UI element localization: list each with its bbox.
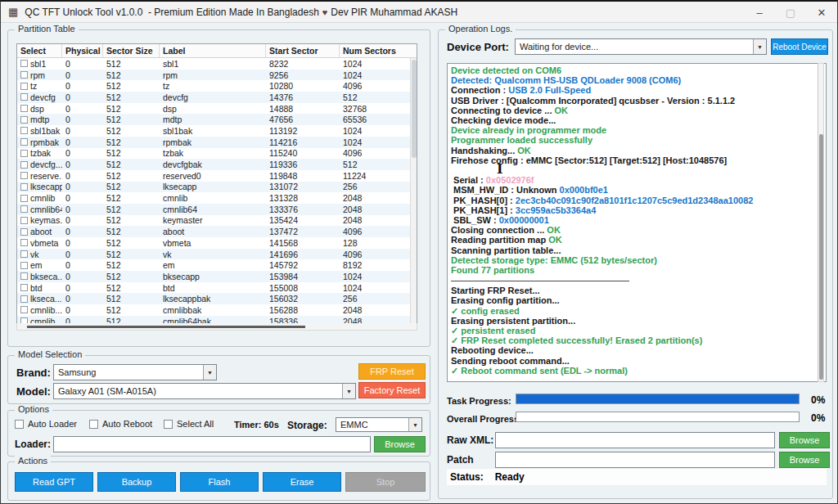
auto-loader-checkbox[interactable]: Auto Loader xyxy=(15,419,77,429)
row-checkbox[interactable] xyxy=(20,295,28,303)
minimize-button[interactable]: – xyxy=(744,2,775,23)
row-checkbox[interactable] xyxy=(20,239,28,246)
raw-xml-input[interactable] xyxy=(495,432,775,448)
table-cell: 14888 xyxy=(266,104,340,114)
table-row[interactable]: vk0512vk1416964096 xyxy=(17,249,417,260)
row-checkbox[interactable] xyxy=(20,306,28,313)
row-checkbox[interactable] xyxy=(20,284,28,291)
table-row[interactable]: devcfg...0512devcfgbak119336512 xyxy=(17,159,417,170)
partition-table-vertical-scrollbar[interactable] xyxy=(410,58,417,323)
table-cell: 0 xyxy=(62,115,103,124)
row-checkbox[interactable] xyxy=(20,250,28,258)
table-row[interactable]: aboot0512aboot1374724096 xyxy=(17,226,417,237)
maximize-button[interactable]: ▢ xyxy=(775,2,806,23)
row-checkbox[interactable] xyxy=(20,93,28,101)
brand-dropdown[interactable]: Samsung ▼ xyxy=(53,364,217,380)
raw-xml-label: Raw XML: xyxy=(447,434,493,446)
row-checkbox[interactable] xyxy=(20,60,28,67)
row-checkbox[interactable] xyxy=(20,228,28,236)
status-label: Status: xyxy=(450,471,484,483)
backup-button[interactable]: Backup xyxy=(97,472,176,492)
table-row[interactable]: rpmbak0512rpmbak1142161024 xyxy=(17,137,417,148)
table-row[interactable]: sbl10512sbl182321024 xyxy=(17,58,417,70)
row-checkbox[interactable] xyxy=(20,83,28,90)
table-cell: cmnlibbak xyxy=(160,305,266,315)
model-dropdown[interactable]: Galaxy A01 (SM-A015A) ▼ xyxy=(53,383,356,399)
table-row[interactable]: lksecapp0512lksecapp131072256 xyxy=(17,182,417,193)
table-row[interactable]: reserve...0512reserved011984811224 xyxy=(17,170,417,182)
row-checkbox[interactable] xyxy=(20,272,28,280)
log-vertical-scrollbar[interactable] xyxy=(818,63,824,382)
table-row[interactable]: devcfg0512devcfg14376512 xyxy=(17,92,417,103)
row-checkbox[interactable] xyxy=(20,217,28,224)
select-all-checkbox[interactable]: Select All xyxy=(164,419,214,429)
row-checkbox[interactable] xyxy=(20,172,28,179)
auto-reboot-checkbox[interactable]: Auto Reboot xyxy=(89,419,152,429)
table-cell: 32768 xyxy=(340,104,412,114)
operation-log[interactable]: Device detected on COM6Detected: Qualcom… xyxy=(447,63,827,382)
column-header-label[interactable]: Label xyxy=(160,44,266,57)
factory-reset-button[interactable]: Factory Reset xyxy=(358,382,426,398)
row-checkbox[interactable] xyxy=(20,116,28,124)
row-checkbox[interactable] xyxy=(20,127,28,134)
log-line: Connecting to device ... OK xyxy=(451,106,822,115)
row-checkbox[interactable] xyxy=(20,150,28,157)
scrollbar-thumb[interactable] xyxy=(412,60,417,158)
table-row[interactable]: cmnlib640512cmnlib641333762048 xyxy=(17,204,417,215)
table-row[interactable]: em0512em1457928192 xyxy=(17,259,417,271)
scrollbar-thumb[interactable] xyxy=(27,326,305,328)
storage-dropdown[interactable]: EMMC ▼ xyxy=(336,417,422,432)
loader-input[interactable] xyxy=(53,436,371,452)
table-row[interactable]: keymas...0512keymaster1354242048 xyxy=(17,215,417,227)
log-separator xyxy=(451,281,629,281)
stop-button[interactable]: Stop xyxy=(345,472,426,492)
partition-table-horizontal-scrollbar[interactable] xyxy=(16,323,417,331)
table-row[interactable]: lkseca...0512lksecappbak156032256 xyxy=(17,293,417,304)
row-checkbox[interactable] xyxy=(20,183,28,191)
column-header-physical[interactable]: Physical xyxy=(62,44,103,57)
scrollbar-thumb[interactable] xyxy=(819,134,823,380)
erase-button[interactable]: Erase xyxy=(263,472,341,492)
patch-input[interactable] xyxy=(495,452,775,468)
row-checkbox[interactable] xyxy=(20,262,28,269)
column-header-start-sector[interactable]: Start Sector xyxy=(266,44,340,57)
table-row[interactable]: cmnlib0512cmnlib1313282048 xyxy=(17,192,417,204)
table-row[interactable]: bkseca...0512bksecapp1539841024 xyxy=(17,271,417,282)
frp-reset-button[interactable]: FRP Reset xyxy=(358,363,426,380)
table-row[interactable]: dsp0512dsp1488832768 xyxy=(17,103,417,115)
column-header-select[interactable]: Select xyxy=(17,44,62,57)
column-header-sector-size[interactable]: Sector Size xyxy=(103,44,160,57)
table-cell: aboot xyxy=(160,227,266,236)
row-checkbox[interactable] xyxy=(20,105,28,112)
read-gpt-button[interactable]: Read GPT xyxy=(15,472,93,492)
table-row[interactable]: rpm0512rpm92561024 xyxy=(17,70,417,81)
device-port-dropdown[interactable]: Waiting for device... ▼ xyxy=(515,38,767,55)
log-line: Device detected on COM6 xyxy=(451,65,822,75)
row-checkbox[interactable] xyxy=(20,195,28,202)
row-checkbox[interactable] xyxy=(20,317,28,323)
table-row[interactable]: vbmeta0512vbmeta141568128 xyxy=(17,237,417,249)
overall-progress-bar xyxy=(516,412,800,422)
reboot-device-button[interactable]: Reboot Device xyxy=(771,38,828,55)
table-row[interactable]: tz0512tz102804096 xyxy=(17,80,417,92)
row-checkbox[interactable] xyxy=(20,71,28,79)
table-row[interactable]: sbl1bak0512sbl1bak1131921024 xyxy=(17,125,417,137)
log-line: Programmer loaded successfully xyxy=(451,135,822,145)
row-checkbox[interactable] xyxy=(20,205,28,213)
table-row[interactable]: cmnlib0512cmnlib64bak1583362048 xyxy=(17,316,417,323)
flash-button[interactable]: Flash xyxy=(180,472,259,492)
checkbox-icon xyxy=(89,420,98,429)
close-button[interactable]: ✕ xyxy=(806,2,837,23)
table-cell: 145792 xyxy=(266,260,340,270)
table-row[interactable]: cmnlib...0512cmnlibbak1562882048 xyxy=(17,304,417,316)
table-row[interactable]: tzbak0512tzbak1152404096 xyxy=(17,148,417,160)
row-checkbox[interactable] xyxy=(20,161,28,169)
column-header-num-sectors[interactable]: Num Sectors xyxy=(340,44,412,57)
raw-xml-browse-button[interactable]: Browse xyxy=(779,432,830,448)
row-checkbox[interactable] xyxy=(20,138,28,146)
patch-browse-button[interactable]: Browse xyxy=(779,452,830,468)
table-row[interactable]: btd0512btd1550081024 xyxy=(17,282,417,294)
log-line: Erasing config partition... xyxy=(451,295,822,305)
loader-browse-button[interactable]: Browse xyxy=(374,436,426,452)
table-row[interactable]: mdtp0512mdtp4765665536 xyxy=(17,114,417,125)
